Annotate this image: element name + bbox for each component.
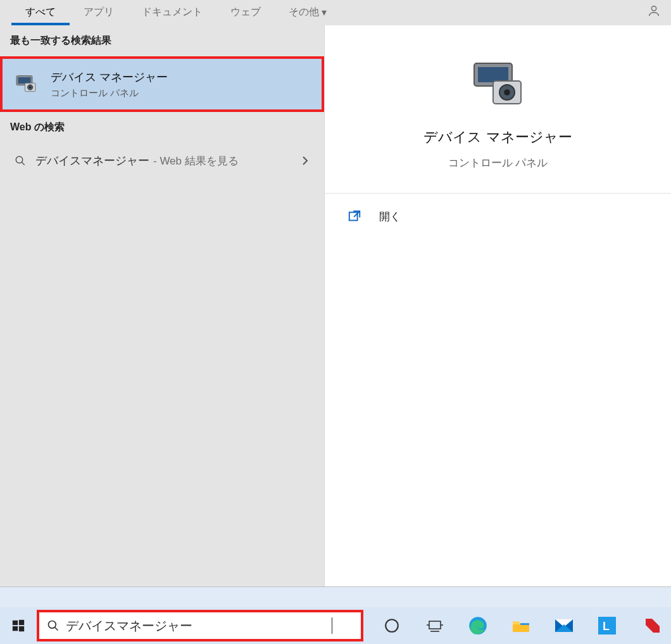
device-manager-icon (13, 71, 39, 97)
app-l-icon[interactable]: L (596, 615, 618, 636)
svg-rect-13 (349, 213, 358, 221)
search-icon (47, 619, 60, 632)
file-explorer-icon[interactable] (510, 615, 532, 636)
svg-rect-22 (429, 621, 441, 629)
cortana-button[interactable] (381, 615, 403, 636)
section-web-search: Web の検索 (0, 112, 324, 143)
svg-rect-2 (18, 77, 31, 84)
best-match-title: デバイス マネージャー (51, 70, 168, 85)
svg-line-7 (22, 162, 25, 165)
task-view-button[interactable] (424, 615, 446, 636)
tab-more[interactable]: その他 ▾ (275, 0, 341, 24)
mail-app-icon[interactable] (553, 615, 575, 636)
search-panel: すべて アプリ ドキュメント ウェブ その他 ▾ 最も一致する検索結果 (0, 0, 671, 587)
svg-rect-9 (478, 67, 508, 82)
text-caret (332, 617, 332, 634)
svg-line-20 (55, 628, 58, 631)
svg-rect-16 (19, 620, 24, 625)
svg-point-0 (651, 6, 656, 11)
preview-title: デバイス マネージャー (423, 128, 572, 147)
windows-logo-icon (11, 619, 25, 633)
svg-text:L: L (603, 620, 610, 633)
svg-point-5 (29, 86, 31, 88)
feedback-icon[interactable] (647, 4, 661, 18)
action-open-label: 開く (379, 209, 401, 224)
tab-all[interactable]: すべて (11, 0, 70, 24)
web-search-suffix: - Web 結果を見る (153, 154, 239, 168)
device-manager-large-icon (468, 56, 529, 116)
taskbar-pinned-apps: L (381, 615, 663, 636)
start-button[interactable] (0, 607, 37, 644)
tab-apps[interactable]: アプリ (70, 0, 128, 24)
section-best-match: 最も一致する検索結果 (0, 25, 324, 56)
taskbar-search-box[interactable] (37, 610, 363, 641)
preview-subtitle: コントロール パネル (448, 156, 548, 170)
action-open[interactable]: 開く (325, 194, 671, 239)
svg-point-19 (49, 621, 56, 629)
tab-more-label: その他 (289, 6, 319, 19)
search-tabs: すべて アプリ ドキュメント ウェブ その他 ▾ (0, 0, 671, 24)
chevron-down-icon: ▾ (322, 6, 327, 18)
web-search-query: デバイスマネージャー (35, 153, 149, 168)
best-match-result[interactable]: デバイス マネージャー コントロール パネル (0, 56, 324, 112)
results-column: 最も一致する検索結果 デバイス マネージャー コントロール パネル W (0, 25, 324, 586)
svg-rect-28 (520, 623, 529, 625)
svg-point-12 (504, 89, 510, 96)
app-red-icon[interactable] (642, 615, 663, 636)
svg-point-6 (16, 156, 23, 163)
svg-point-21 (386, 619, 398, 632)
preview-column: デバイス マネージャー コントロール パネル 開く (324, 25, 671, 586)
svg-rect-17 (13, 626, 18, 631)
svg-rect-15 (13, 621, 18, 625)
svg-rect-27 (513, 624, 529, 632)
search-icon (13, 155, 28, 166)
best-match-subtitle: コントロール パネル (51, 87, 168, 99)
chevron-right-icon (301, 156, 309, 166)
taskbar-search-input[interactable] (66, 619, 332, 633)
tab-web[interactable]: ウェブ (216, 0, 275, 24)
taskbar: L (0, 607, 671, 644)
svg-rect-18 (19, 626, 24, 631)
web-search-row[interactable]: デバイスマネージャー - Web 結果を見る (0, 143, 324, 178)
open-icon (348, 209, 361, 223)
edge-app-icon[interactable] (467, 615, 489, 636)
tab-documents[interactable]: ドキュメント (128, 0, 216, 24)
